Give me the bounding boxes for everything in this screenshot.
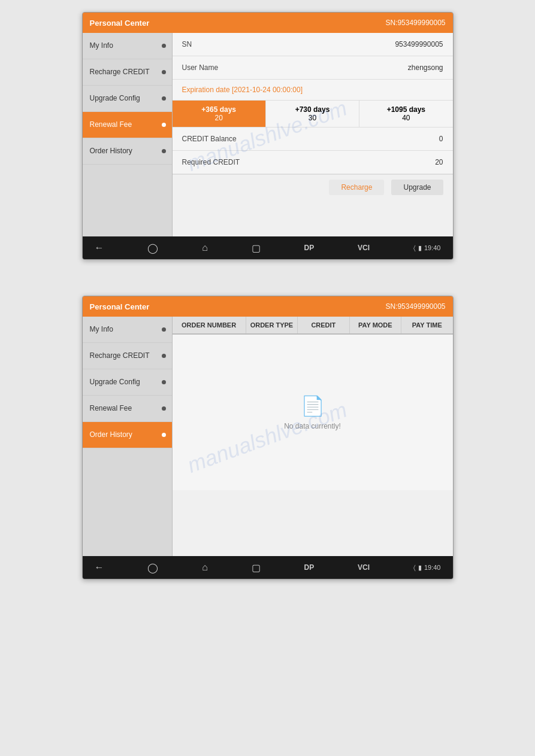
screen2-main: My Info Recharge CREDIT Upgrade Config R…	[83, 317, 453, 556]
renewal-option-730[interactable]: +730 days 30	[266, 101, 359, 127]
renewal-option-365[interactable]: +365 days 20	[173, 101, 266, 127]
screen1-navbar: ← ◯ ⌂ ▢ DP VCI 〈 ▮ 19:40	[83, 236, 453, 259]
status-bar: 〈 ▮ 19:40	[413, 244, 441, 252]
s2-vci-icon[interactable]: VCI	[358, 563, 370, 572]
sidebar-dot-4	[162, 149, 166, 153]
credit-balance-label: CREDIT Balance	[182, 135, 237, 143]
s2-battery-icon: ▮	[418, 564, 422, 572]
table-body: 📄 No data currently!	[173, 335, 453, 490]
no-data-icon: 📄	[301, 394, 325, 417]
s2-sidebar-dot-4	[162, 433, 166, 437]
required-credit-label: Required CREDIT	[182, 158, 240, 166]
credit-balance-row: CREDIT Balance 0	[173, 127, 453, 151]
table-header: ORDER NUMBER ORDER TYPE CREDIT PAY MODE …	[173, 317, 453, 335]
screen1-header: Personal Center SN:953499990005	[83, 13, 453, 33]
col-order-number: ORDER NUMBER	[173, 317, 246, 333]
renewal-option-1095[interactable]: +1095 days 40	[359, 101, 452, 127]
col-order-type: ORDER TYPE	[246, 317, 298, 333]
screen2-navbar: ← ◯ ⌂ ▢ DP VCI 〈 ▮ 19:40	[83, 556, 453, 579]
s2-time-display: 19:40	[424, 564, 441, 571]
s2-menu-icon[interactable]: ▢	[252, 562, 261, 573]
sn-label: SN	[182, 40, 192, 48]
sidebar-dot-3	[162, 123, 166, 127]
sidebar-item-upgrade-config[interactable]: Upgrade Config	[83, 86, 172, 112]
col-pay-time: PAY TIME	[401, 317, 452, 333]
sn-row: SN 953499990005	[173, 33, 453, 56]
screen2: Personal Center SN:953499990005 My Info …	[82, 296, 454, 579]
camera-icon[interactable]: ◯	[147, 242, 158, 254]
sidebar-item-my-info[interactable]: My Info	[83, 33, 172, 59]
s2-sidebar-dot-2	[162, 380, 166, 384]
action-bar: Recharge Upgrade	[173, 174, 453, 200]
s2-status-bar: 〈 ▮ 19:40	[413, 564, 441, 572]
s2-sidebar-item-upgrade-config[interactable]: Upgrade Config	[83, 369, 172, 396]
username-row: User Name zhengsong	[173, 56, 453, 80]
menu-icon[interactable]: ▢	[252, 242, 261, 254]
vci-icon[interactable]: VCI	[358, 244, 370, 252]
s2-sidebar-item-order-history[interactable]: Order History	[83, 422, 172, 448]
s2-sidebar-item-my-info[interactable]: My Info	[83, 317, 172, 343]
screen2-content: ORDER NUMBER ORDER TYPE CREDIT PAY MODE …	[173, 317, 453, 556]
sidebar-item-order-history[interactable]: Order History	[83, 138, 172, 165]
dp-icon[interactable]: DP	[304, 244, 315, 252]
credit-balance-value: 0	[439, 135, 443, 143]
back-icon[interactable]: ←	[95, 242, 104, 253]
screen1-header-title: Personal Center	[90, 19, 150, 28]
wifi-icon: 〈	[413, 244, 416, 252]
battery-icon: ▮	[418, 244, 422, 252]
expiration-text: Expiration date [2021-10-24 00:00:00]	[173, 80, 453, 101]
time-display: 19:40	[424, 244, 441, 251]
sidebar-item-recharge-credit[interactable]: Recharge CREDIT	[83, 59, 172, 86]
s2-dp-icon[interactable]: DP	[304, 563, 315, 572]
required-credit-value: 20	[435, 158, 443, 166]
col-pay-mode: PAY MODE	[350, 317, 401, 333]
sidebar-dot-0	[162, 44, 166, 48]
screen1-main: My Info Recharge CREDIT Upgrade Config R…	[83, 33, 453, 236]
s2-sidebar-dot-3	[162, 406, 166, 411]
screen2-header-title: Personal Center	[90, 302, 150, 311]
screen1-content: SN 953499990005 User Name zhengsong Expi…	[173, 33, 453, 236]
no-data-text: No data currently!	[284, 422, 341, 430]
s2-back-icon[interactable]: ←	[95, 562, 104, 573]
s2-camera-icon[interactable]: ◯	[147, 562, 158, 573]
username-label: User Name	[182, 63, 219, 72]
screen1-sidebar: My Info Recharge CREDIT Upgrade Config R…	[83, 33, 173, 236]
s2-wifi-icon: 〈	[413, 564, 416, 572]
sidebar-item-renewal-fee[interactable]: Renewal Fee	[83, 112, 172, 138]
sidebar-dot-2	[162, 96, 166, 101]
screen2-header-sn: SN:953499990005	[385, 302, 445, 311]
screen1: Personal Center SN:953499990005 My Info …	[82, 12, 454, 260]
home-icon[interactable]: ⌂	[202, 242, 208, 253]
username-value: zhengsong	[408, 63, 443, 72]
s2-sidebar-item-renewal-fee[interactable]: Renewal Fee	[83, 396, 172, 422]
s2-sidebar-dot-1	[162, 354, 166, 358]
screen1-header-sn: SN:953499990005	[385, 19, 445, 27]
screen2-sidebar: My Info Recharge CREDIT Upgrade Config R…	[83, 317, 173, 556]
s2-home-icon[interactable]: ⌂	[202, 562, 208, 573]
sidebar-dot-1	[162, 70, 166, 74]
required-credit-row: Required CREDIT 20	[173, 151, 453, 174]
s2-sidebar-item-recharge-credit[interactable]: Recharge CREDIT	[83, 343, 172, 369]
s2-sidebar-dot-0	[162, 327, 166, 332]
sn-value: 953499990005	[395, 40, 443, 48]
upgrade-button[interactable]: Upgrade	[391, 180, 443, 195]
screen2-header: Personal Center SN:953499990005	[83, 296, 453, 317]
col-credit: CREDIT	[298, 317, 349, 333]
recharge-button[interactable]: Recharge	[329, 180, 384, 195]
renewal-options: +365 days 20 +730 days 30 +1095 days 40	[173, 101, 453, 127]
